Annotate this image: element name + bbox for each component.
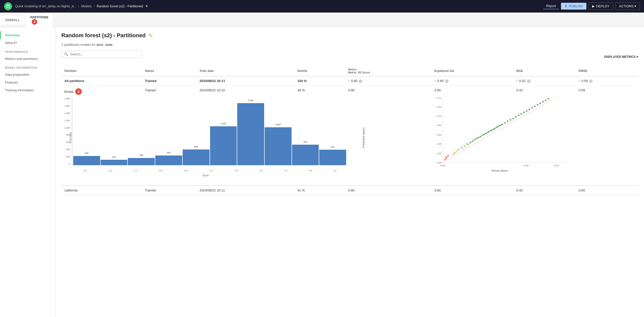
svg-point-69 bbox=[476, 138, 477, 139]
svg-line-21 bbox=[443, 97, 556, 162]
explainedvar-info-icon-all[interactable]: i bbox=[445, 80, 449, 83]
cell-rmse-florida: 0.59 bbox=[576, 86, 638, 95]
hist-bar: 1,007 bbox=[265, 127, 292, 165]
table-header-row: Partition Status Train date Distrib. Met… bbox=[61, 66, 638, 76]
svg-point-26 bbox=[453, 153, 454, 155]
sidebar-item-data-prep[interactable]: Data preparation bbox=[0, 71, 55, 78]
page-title-row: Random forest (s2) - Partitioned ✏️ bbox=[61, 32, 638, 39]
svg-point-30 bbox=[458, 149, 460, 150]
cell-traindate-florida: 2024/08/22 10:10 bbox=[196, 86, 294, 95]
svg-text:0.00: 0.00 bbox=[437, 161, 441, 164]
tab-overall[interactable]: OVERALL bbox=[0, 16, 25, 24]
svg-point-53 bbox=[520, 113, 522, 114]
search-icon: 🔍 bbox=[64, 52, 68, 56]
cell-status-all: Trained bbox=[142, 76, 196, 86]
publish-button[interactable]: ⬆ PUBLISH bbox=[561, 3, 586, 10]
charts-cell: # of rows 2391431852534181,0321,6441,007… bbox=[61, 95, 638, 186]
svg-text:5.00: 5.00 bbox=[524, 164, 529, 167]
svg-point-32 bbox=[464, 145, 465, 146]
cell-distrib-california: 51 % bbox=[294, 186, 345, 195]
sidebar-item-summary[interactable]: Summary bbox=[0, 31, 55, 39]
tab-partitions[interactable]: PARTITIONS 3 bbox=[25, 13, 54, 27]
cell-r2-california: 0.80 bbox=[345, 186, 431, 195]
table-row: florida 2 Trained 2024/08/22 10:10 49 % … bbox=[61, 86, 638, 95]
svg-point-43 bbox=[493, 128, 495, 130]
actions-button[interactable]: ACTIONS ▾ bbox=[615, 3, 640, 10]
edit-icon[interactable]: ✏️ bbox=[149, 34, 153, 37]
svg-point-55 bbox=[526, 110, 527, 112]
svg-point-76 bbox=[495, 127, 496, 129]
col-header-partition: Partition bbox=[61, 66, 142, 76]
r2-info-icon-all[interactable]: i bbox=[359, 80, 362, 83]
svg-point-73 bbox=[487, 132, 488, 133]
breadcrumb-sep-2: / bbox=[94, 4, 95, 8]
report-button[interactable]: Report bbox=[543, 3, 559, 9]
svg-point-68 bbox=[473, 139, 474, 141]
cell-explainedvar-all: ~ 0.80 i bbox=[431, 76, 513, 86]
svg-point-48 bbox=[507, 121, 508, 122]
svg-text:6.52: 6.52 bbox=[554, 164, 559, 167]
search-input[interactable] bbox=[70, 52, 139, 56]
svg-point-54 bbox=[523, 111, 525, 113]
svg-point-40 bbox=[485, 133, 487, 134]
cell-status-florida: Trained bbox=[142, 86, 196, 95]
tab-bar: OVERALL PARTITIONS 3 bbox=[0, 13, 644, 27]
publish-icon: ⬆ bbox=[565, 4, 567, 8]
breadcrumb-dropdown-arrow[interactable]: ▼ bbox=[145, 4, 148, 8]
hist-bar: 185 bbox=[128, 158, 155, 165]
svg-point-27 bbox=[454, 152, 456, 154]
cell-rmse-california: 0.60 bbox=[576, 186, 638, 195]
svg-text:4.00: 4.00 bbox=[437, 124, 441, 127]
sidebar-section-model-info: MODEL INFORMATION bbox=[0, 63, 55, 71]
sidebar-section-performance: PERFORMANCE bbox=[0, 47, 55, 55]
breadcrumb-project[interactable]: Quick modeling of arr_delay on flights_d… bbox=[15, 4, 76, 8]
svg-point-77 bbox=[498, 126, 499, 127]
svg-point-67 bbox=[470, 141, 472, 143]
svg-point-29 bbox=[457, 149, 458, 151]
svg-point-41 bbox=[488, 131, 490, 133]
svg-point-63 bbox=[548, 98, 549, 99]
svg-point-61 bbox=[542, 101, 544, 102]
svg-point-66 bbox=[468, 144, 469, 145]
breadcrumb-models[interactable]: Models bbox=[81, 4, 92, 8]
cell-distrib-all: 100 % bbox=[294, 76, 345, 86]
rmse-info-icon-all[interactable]: i bbox=[589, 80, 593, 83]
deploy-button[interactable]: ▶ DEPLOY bbox=[588, 3, 613, 10]
cell-traindate-all: 2024/08/22 10:11 bbox=[196, 76, 294, 86]
svg-point-34 bbox=[469, 142, 470, 144]
svg-point-59 bbox=[537, 104, 538, 105]
charts-row-florida: # of rows 2391431852534181,0321,6441,007… bbox=[61, 95, 638, 186]
scatter-svg: 6.52 6.00 5.00 4.00 3.00 2.00 1.00 0.00 bbox=[364, 97, 635, 168]
charts-container: # of rows 2391431852534181,0321,6441,007… bbox=[64, 95, 635, 183]
sidebar-item-whatif[interactable]: What if? bbox=[0, 39, 55, 47]
cell-explainedvar-florida: 0.80 bbox=[431, 86, 513, 95]
search-bar[interactable]: 🔍 bbox=[61, 51, 142, 58]
cell-partition-all: All partitions bbox=[61, 76, 142, 86]
displayed-metrics-button[interactable]: DISPLAYED METRICS ▾ bbox=[604, 55, 638, 59]
svg-point-22 bbox=[444, 159, 446, 160]
svg-point-44 bbox=[496, 126, 498, 128]
svg-point-42 bbox=[491, 130, 492, 131]
sidebar-item-features[interactable]: Features bbox=[0, 78, 55, 86]
svg-point-46 bbox=[502, 124, 503, 125]
hist-bar: 418 bbox=[183, 149, 210, 165]
hist-bar: 542 bbox=[292, 145, 319, 165]
breadcrumb-current: Random forest (s2) - Partitioned bbox=[97, 4, 143, 8]
sidebar: Summary What if? PERFORMANCE Metrics and… bbox=[0, 27, 55, 317]
cell-rmse-all: ~ 0.59 i bbox=[576, 76, 638, 86]
app-logo bbox=[4, 2, 12, 10]
hist-bar: 411 bbox=[319, 150, 346, 165]
top-nav: Quick modeling of arr_delay on flights_d… bbox=[0, 0, 644, 13]
cell-distrib-florida: 49 % bbox=[294, 86, 345, 95]
scatter-chart: Predicted values bbox=[352, 97, 635, 178]
svg-point-36 bbox=[474, 139, 476, 140]
sidebar-item-metrics[interactable]: Metrics and assertions bbox=[0, 55, 55, 63]
svg-text:2.00: 2.00 bbox=[437, 142, 441, 145]
sidebar-item-training[interactable]: Training information bbox=[0, 86, 55, 94]
svg-text:5.00: 5.00 bbox=[437, 115, 441, 117]
hist-bar: 143 bbox=[101, 160, 128, 165]
col-header-rmse: RMSE bbox=[576, 66, 638, 76]
mae-info-icon-all[interactable]: i bbox=[527, 80, 531, 83]
svg-point-33 bbox=[466, 143, 468, 145]
breadcrumb: Quick modeling of arr_delay on flights_d… bbox=[15, 4, 540, 8]
